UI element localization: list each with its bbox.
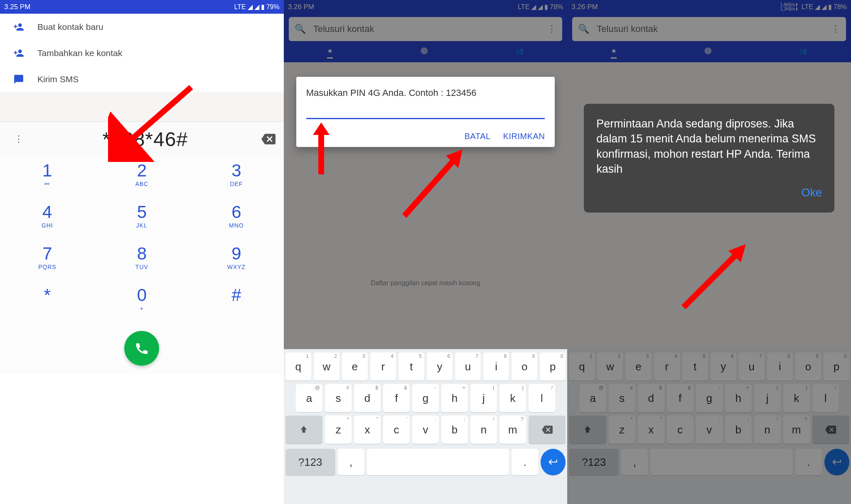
key-6[interactable]: 6MNO: [189, 202, 284, 244]
key-p[interactable]: 0p: [824, 352, 849, 381]
key-f[interactable]: &f: [383, 384, 410, 412]
screen-pin-dialog: 3.26 PM LTE ◢◢ ▮ 78% 🔍 Telusuri kontak ⋮…: [284, 0, 568, 504]
key-f[interactable]: &f: [667, 384, 694, 412]
key-k[interactable]: )k: [499, 384, 526, 412]
key-d[interactable]: $d: [638, 384, 664, 412]
toast-message: Permintaan Anda sedang diproses. Jika da…: [596, 116, 822, 177]
key-e[interactable]: 3e: [625, 352, 651, 381]
key-i[interactable]: 8i: [483, 352, 509, 381]
key-v[interactable]: :v: [412, 416, 439, 444]
period-key[interactable]: .: [512, 449, 538, 475]
key-n[interactable]: !n: [470, 416, 497, 444]
key-p[interactable]: 0p: [540, 352, 566, 381]
key-m[interactable]: ?m: [499, 416, 526, 444]
key-a[interactable]: @a: [580, 384, 606, 412]
key-t[interactable]: 5t: [398, 352, 424, 381]
key-x[interactable]: "x: [354, 416, 381, 444]
key-7[interactable]: 7PQRS: [0, 244, 95, 285]
dial-pad: 1⚯ 2ABC 3DEF 4GHI 5JKL 6MNO 7PQRS 8TUV 9…: [0, 157, 284, 374]
enter-key[interactable]: [541, 449, 566, 475]
key-o[interactable]: 9o: [795, 352, 821, 381]
comma-key[interactable]: ,: [621, 449, 648, 475]
key-r[interactable]: 4r: [654, 352, 680, 381]
send-sms-item[interactable]: Kirim SMS: [0, 66, 284, 92]
menu-label: Buat kontak baru: [37, 22, 103, 32]
kb-row-3: *z"x'c:v;b!n?m: [284, 414, 568, 445]
menu-label: Kirim SMS: [37, 74, 79, 84]
comma-key[interactable]: ,: [338, 449, 364, 475]
key-c[interactable]: 'c: [667, 416, 694, 444]
key-k[interactable]: )k: [783, 384, 810, 412]
key-g[interactable]: -g: [696, 384, 723, 412]
key-n[interactable]: !n: [754, 416, 781, 444]
key-4[interactable]: 4GHI: [0, 202, 95, 244]
key-star[interactable]: *: [0, 285, 95, 327]
space-key[interactable]: [367, 449, 509, 475]
key-j[interactable]: (j: [470, 384, 497, 412]
key-u[interactable]: 7u: [739, 352, 765, 381]
key-8[interactable]: 8TUV: [95, 244, 189, 285]
key-m[interactable]: ?m: [783, 416, 810, 444]
dialed-number[interactable]: *888*46#: [29, 128, 261, 151]
add-to-contact-item[interactable]: Tambahkan ke kontak: [0, 40, 284, 66]
space-key[interactable]: [650, 449, 793, 475]
key-a[interactable]: @a: [296, 384, 322, 412]
ok-button[interactable]: Oke: [596, 185, 822, 200]
key-b[interactable]: ;b: [441, 416, 468, 444]
key-s[interactable]: #s: [325, 384, 352, 412]
backspace-key[interactable]: [812, 416, 850, 444]
key-q[interactable]: 1q: [569, 352, 595, 381]
key-j[interactable]: (j: [754, 384, 781, 412]
key-0[interactable]: 0+: [95, 285, 189, 327]
send-button[interactable]: KIRIMKAN: [503, 132, 545, 141]
key-r[interactable]: 4r: [370, 352, 396, 381]
cancel-button[interactable]: BATAL: [465, 132, 491, 141]
enter-key[interactable]: [824, 449, 849, 475]
key-v[interactable]: :v: [696, 416, 723, 444]
period-key[interactable]: .: [795, 449, 822, 475]
backspace-button[interactable]: [261, 132, 275, 146]
shift-key[interactable]: [285, 416, 323, 444]
key-w[interactable]: 2w: [597, 352, 623, 381]
key-z[interactable]: *z: [609, 416, 635, 444]
pin-dialog: Masukkan PIN 4G Anda. Contoh : 123456 BA…: [296, 77, 555, 147]
key-l[interactable]: /l: [812, 384, 839, 412]
key-2[interactable]: 2ABC: [95, 161, 189, 202]
key-q[interactable]: 1q: [285, 352, 311, 381]
key-y[interactable]: 6y: [711, 352, 736, 381]
key-l[interactable]: /l: [529, 384, 555, 412]
key-i[interactable]: 8i: [767, 352, 793, 381]
create-contact-item[interactable]: Buat kontak baru: [0, 14, 284, 40]
key-z[interactable]: *z: [325, 416, 352, 444]
key-h[interactable]: +h: [725, 384, 752, 412]
shift-key[interactable]: [569, 416, 606, 444]
more-icon[interactable]: ⋮: [8, 134, 29, 144]
call-button[interactable]: [124, 331, 159, 366]
key-3[interactable]: 3DEF: [189, 161, 284, 202]
key-b[interactable]: ;b: [725, 416, 752, 444]
key-d[interactable]: $d: [354, 384, 381, 412]
backspace-key[interactable]: [529, 416, 566, 444]
key-u[interactable]: 7u: [455, 352, 481, 381]
kb-row-1: 1q2w3e4r5t6y7u8i9o0p: [284, 351, 568, 382]
kb-row-2: @a#s$d&f-g+h(j)k/l: [567, 382, 851, 414]
symbol-key[interactable]: ?123: [569, 449, 619, 475]
key-hash[interactable]: #: [189, 285, 284, 327]
key-o[interactable]: 9o: [512, 352, 537, 381]
key-1[interactable]: 1⚯: [0, 161, 95, 202]
symbol-key[interactable]: ?123: [285, 449, 335, 475]
key-t[interactable]: 5t: [682, 352, 708, 381]
key-9[interactable]: 9WXYZ: [189, 244, 284, 285]
key-5[interactable]: 5JKL: [95, 202, 189, 244]
key-g[interactable]: -g: [412, 384, 439, 412]
menu-label: Tambahkan ke kontak: [37, 48, 122, 58]
key-w[interactable]: 2w: [314, 352, 339, 381]
key-e[interactable]: 3e: [342, 352, 368, 381]
pin-input[interactable]: [306, 103, 545, 119]
key-x[interactable]: "x: [638, 416, 664, 444]
key-h[interactable]: +h: [441, 384, 468, 412]
battery-icon: ▮: [261, 3, 265, 11]
key-y[interactable]: 6y: [427, 352, 453, 381]
key-s[interactable]: #s: [609, 384, 635, 412]
key-c[interactable]: 'c: [383, 416, 410, 444]
